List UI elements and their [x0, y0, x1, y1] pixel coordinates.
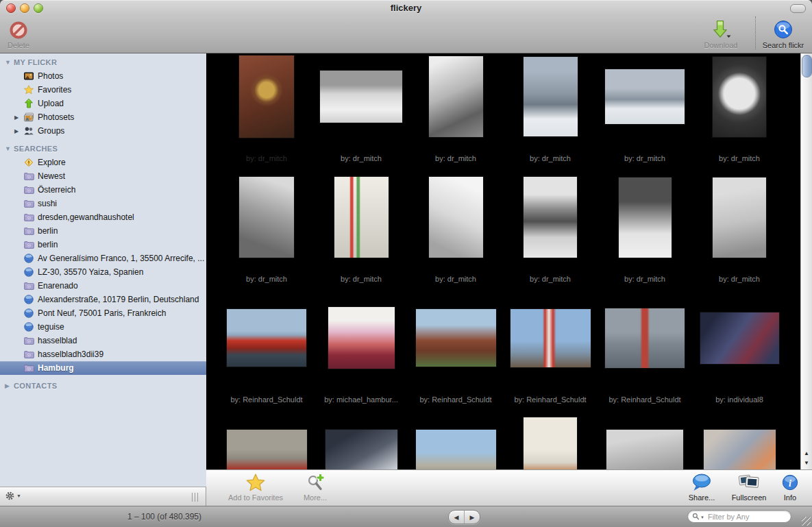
title-bar[interactable]: flickery [0, 0, 812, 15]
photo-thumbnail[interactable] [700, 312, 779, 364]
info-button[interactable]: i Info [774, 472, 807, 502]
scroll-down-arrow-icon[interactable]: ▼ [801, 458, 812, 468]
photo-cell[interactable] [314, 415, 408, 469]
sidebar-item-lz-30-35570-yaiza-spanien[interactable]: LZ-30, 35570 Yaiza, Spanien [0, 265, 206, 279]
sidebar-item-dresden-gewandhaushotel[interactable]: dresden,gewandhaushotel [0, 210, 206, 224]
photo-thumbnail[interactable] [239, 177, 294, 258]
photo-thumbnail[interactable] [713, 57, 766, 137]
photo-thumbnail[interactable] [524, 57, 578, 136]
action-menu-button[interactable]: ▼ [5, 491, 21, 501]
photo-thumbnail[interactable] [328, 307, 395, 369]
toolbar-toggle-pill-button[interactable] [790, 4, 806, 13]
sidebar-item-alexanderstra-e-10179-berlin-deu[interactable]: Alexanderstraße, 10179 Berlin, Deutschla… [0, 293, 206, 306]
scrollbar-thumb[interactable] [802, 55, 812, 77]
photo-cell[interactable]: by: Reinhard_Schuldt [503, 295, 598, 415]
photo-cell[interactable]: by: dr_mitch [314, 53, 408, 174]
disclosure-triangle-icon[interactable]: ▼ [5, 145, 14, 152]
window-resize-grip[interactable] [802, 517, 811, 526]
filter-search-field[interactable]: ▼ [687, 510, 791, 523]
sidebar-item-favorites[interactable]: Favorites [0, 83, 206, 97]
photo-cell[interactable] [598, 415, 692, 469]
sidebar-section-my-flickr[interactable]: ▼MY FLICKR [0, 56, 206, 69]
photo-thumbnail[interactable] [239, 56, 294, 138]
delete-button[interactable]: Delete [3, 18, 34, 49]
photo-thumbnail[interactable] [325, 430, 397, 469]
photo-cell[interactable]: by: dr_mitch [503, 174, 598, 295]
sidebar-item-berlin[interactable]: berlin [0, 238, 206, 252]
vertical-scrollbar[interactable]: ▲ ▼ [800, 53, 812, 469]
disclosure-triangle-icon[interactable]: ▼ [5, 59, 14, 66]
photo-cell[interactable]: by: dr_mitch [598, 53, 692, 174]
sidebar-item-sushi[interactable]: sushi [0, 197, 206, 210]
photo-cell[interactable] [408, 415, 503, 469]
sidebar-section-searches[interactable]: ▼SEARCHES [0, 142, 206, 156]
photo-cell[interactable]: by: dr_mitch [692, 53, 787, 174]
sidebar-item-pont-neuf-75001-paris-frankreich[interactable]: Pont Neuf, 75001 Paris, Frankreich [0, 306, 206, 320]
photo-cell[interactable]: by: Reinhard_Schuldt [219, 295, 314, 415]
search-flickr-button[interactable]: Search flickr [758, 18, 809, 49]
item-disclosure-triangle-icon[interactable]: ▶ [14, 114, 23, 121]
share-button[interactable]: Share... [679, 472, 724, 502]
photo-thumbnail[interactable] [704, 430, 776, 469]
filter-caret-icon[interactable]: ▼ [700, 515, 704, 519]
more-button[interactable]: More... [294, 472, 336, 502]
sidebar-section-contacts[interactable]: ▶CONTACTS [0, 379, 206, 393]
photo-thumbnail[interactable] [416, 430, 496, 469]
photo-thumbnail[interactable] [713, 177, 766, 258]
photo-thumbnail[interactable] [605, 69, 685, 124]
sidebar-item-sterreich[interactable]: Österreich [0, 183, 206, 197]
photo-thumbnail[interactable] [429, 56, 483, 137]
photo-thumbnail[interactable] [524, 417, 577, 469]
sidebar-item-berlin[interactable]: berlin [0, 224, 206, 238]
photo-thumbnail[interactable] [227, 430, 307, 469]
photo-thumbnail[interactable] [227, 309, 306, 367]
sidebar-item-av-general-simo-franco-1-35500-a[interactable]: Av Generalísimo Franco, 1, 35500 Arrecif… [0, 252, 206, 265]
filter-input[interactable] [706, 512, 787, 522]
photo-cell[interactable]: by: dr_mitch [219, 53, 314, 174]
photo-thumbnail[interactable] [320, 71, 402, 123]
photo-cell[interactable]: by: michael_hambur... [314, 295, 408, 415]
sidebar-item-groups[interactable]: ▶Groups [0, 124, 206, 138]
photo-cell[interactable]: by: Reinhard_Schuldt [598, 295, 692, 415]
sidebar-item-hasselbladh3dii39[interactable]: hasselbladh3dii39 [0, 347, 206, 361]
gear-icon [5, 491, 15, 501]
photo-cell[interactable]: by: Reinhard_Schuldt [408, 295, 503, 415]
photo-thumbnail[interactable] [416, 309, 496, 367]
photo-cell[interactable]: by: dr_mitch [503, 53, 598, 174]
sidebar-item-upload[interactable]: Upload [0, 97, 206, 110]
sidebar-item-photosets[interactable]: ▶Photosets [0, 110, 206, 124]
photo-thumbnail[interactable] [429, 177, 483, 258]
sidebar-item-hamburg[interactable]: Hamburg [0, 361, 206, 375]
sidebar-item-hasselblad[interactable]: hasselblad [0, 334, 206, 347]
photo-cell[interactable]: by: dr_mitch [314, 174, 408, 295]
photo-thumbnail[interactable] [606, 430, 683, 469]
next-page-button[interactable]: ▶ [465, 511, 480, 524]
sidebar-item-newest[interactable]: Newest [0, 169, 206, 183]
previous-page-button[interactable]: ◀ [449, 511, 465, 524]
fullscreen-button[interactable]: Fullscreen [724, 472, 774, 502]
photo-cell[interactable]: by: dr_mitch [408, 53, 503, 174]
download-button[interactable]: Download [695, 18, 747, 49]
photo-cell[interactable] [692, 415, 787, 469]
photo-cell[interactable]: by: dr_mitch [598, 174, 692, 295]
photo-cell[interactable]: by: dr_mitch [219, 174, 314, 295]
sidebar-item-photos[interactable]: Photos [0, 69, 206, 83]
photo-cell[interactable]: by: dr_mitch [692, 174, 787, 295]
disclosure-triangle-icon[interactable]: ▶ [5, 382, 14, 389]
sidebar-item-explore[interactable]: Explore [0, 156, 206, 169]
photo-cell[interactable] [219, 415, 314, 469]
scroll-up-arrow-icon[interactable]: ▲ [801, 449, 812, 458]
sidebar-item-teguise[interactable]: teguise [0, 320, 206, 334]
item-disclosure-triangle-icon[interactable]: ▶ [14, 128, 23, 134]
photo-cell[interactable] [503, 415, 598, 469]
sidebar-item-enarenado[interactable]: Enarenado [0, 279, 206, 293]
add-to-favorites-button[interactable]: Add to Favorites [217, 472, 294, 502]
photo-thumbnail[interactable] [510, 309, 591, 367]
photo-cell[interactable]: by: individual8 [692, 295, 787, 415]
photo-thumbnail[interactable] [605, 308, 685, 368]
photo-cell[interactable]: by: dr_mitch [408, 174, 503, 295]
photo-thumbnail[interactable] [334, 177, 389, 258]
pane-resize-grip[interactable] [192, 493, 200, 502]
photo-thumbnail[interactable] [619, 177, 672, 258]
photo-thumbnail[interactable] [524, 177, 577, 258]
